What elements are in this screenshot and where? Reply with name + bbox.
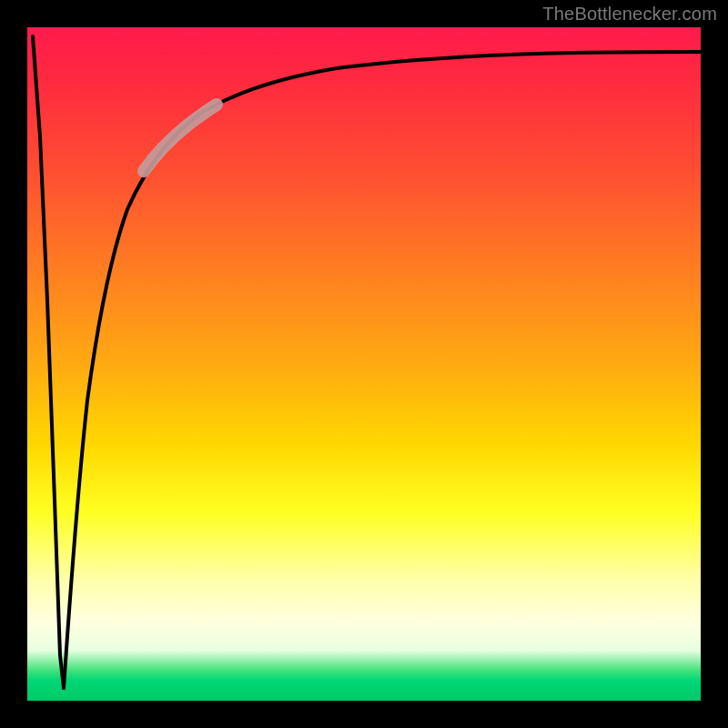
bottleneck-curve (27, 27, 701, 701)
plot-area (27, 27, 701, 701)
chart-frame: TheBottlenecker.com (0, 0, 728, 728)
watermark-text: TheBottlenecker.com (542, 4, 717, 25)
curve-left-drop (33, 36, 64, 688)
curve-highlight-segment (144, 105, 217, 171)
